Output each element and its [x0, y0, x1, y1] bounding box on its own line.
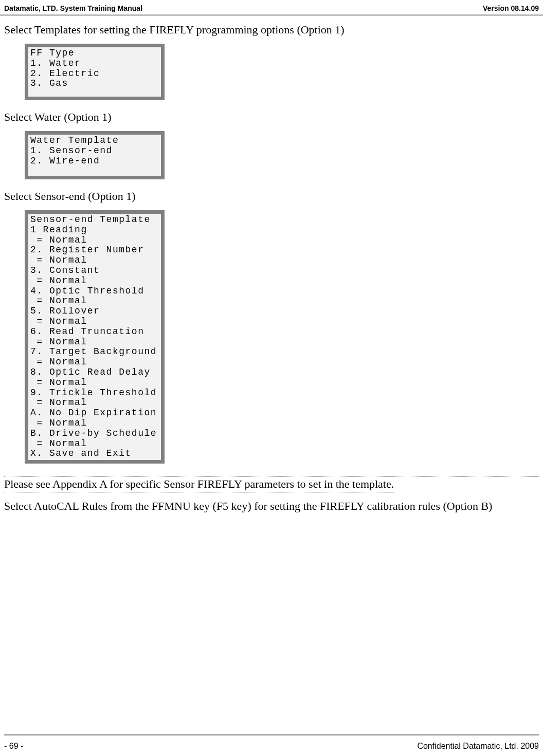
- confidential-notice: Confidential Datamatic, Ltd. 2009: [417, 742, 539, 751]
- lcd-text-ff-type: FF Type 1. Water 2. Electric 3. Gas: [28, 47, 161, 97]
- appendix-note: Please see Appendix A for specific Senso…: [4, 477, 394, 492]
- instruction-select-templates: Select Templates for setting the FIREFLY…: [4, 23, 539, 36]
- lcd-screen-sensor-end-template: Sensor-end Template 1 Reading = Normal 2…: [25, 210, 165, 464]
- lcd-screen-water-template: Water Template 1. Sensor-end 2. Wire-end: [25, 131, 165, 179]
- page-header: Datamatic, LTD. System Training Manual V…: [0, 0, 543, 16]
- instruction-autocal-rules: Select AutoCAL Rules from the FFMNU key …: [4, 500, 539, 513]
- lcd-screen-ff-type: FF Type 1. Water 2. Electric 3. Gas: [25, 44, 165, 100]
- lcd-text-water-template: Water Template 1. Sensor-end 2. Wire-end: [28, 135, 161, 176]
- instruction-select-sensor-end: Select Sensor-end (Option 1): [4, 190, 539, 203]
- header-right: Version 08.14.09: [483, 4, 539, 12]
- lcd-text-sensor-end-template: Sensor-end Template 1 Reading = Normal 2…: [28, 214, 161, 460]
- footer-divider: [4, 734, 539, 735]
- page-number: - 69 -: [4, 742, 23, 751]
- divider-top: [4, 476, 539, 476]
- header-left: Datamatic, LTD. System Training Manual: [4, 4, 142, 12]
- instruction-select-water: Select Water (Option 1): [4, 110, 539, 124]
- page-footer: - 69 - Confidential Datamatic, Ltd. 2009: [4, 742, 539, 751]
- page-content: Select Templates for setting the FIREFLY…: [0, 16, 543, 525]
